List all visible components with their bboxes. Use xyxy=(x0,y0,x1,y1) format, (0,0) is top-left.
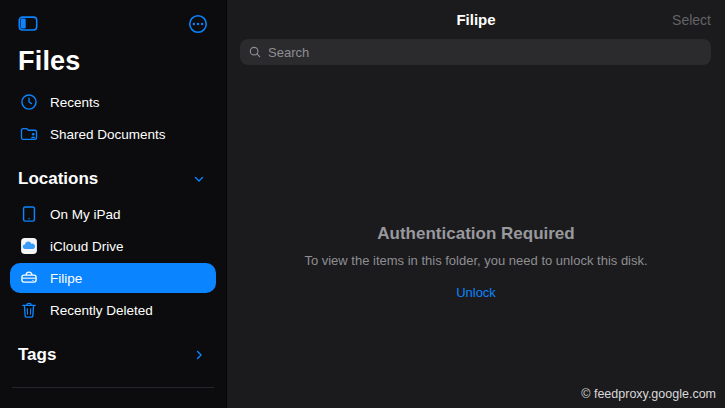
section-header-locations: Locations xyxy=(10,167,216,191)
search-icon xyxy=(248,45,262,59)
ipad-icon xyxy=(18,203,40,225)
sidebar-item-icloud-drive[interactable]: iCloud Drive xyxy=(10,231,216,261)
sidebar: Files Recents Shared Documents xyxy=(0,0,227,408)
app-title: Files xyxy=(10,36,216,87)
sidebar-item-recently-deleted[interactable]: Recently Deleted xyxy=(10,295,216,325)
sidebar-item-filipe[interactable]: Filipe xyxy=(10,263,216,293)
trash-icon xyxy=(18,299,40,321)
sidebar-item-label: iCloud Drive xyxy=(50,239,124,254)
collapse-section-button[interactable] xyxy=(190,170,208,188)
section-label: Locations xyxy=(18,169,98,189)
sidebar-item-on-my-ipad[interactable]: On My iPad xyxy=(10,199,216,229)
watermark: © feedproxy.google.com xyxy=(581,387,716,401)
files-app-window: Files Recents Shared Documents xyxy=(0,0,725,408)
external-drive-icon xyxy=(18,267,40,289)
auth-required-title: Authentication Required xyxy=(257,224,695,244)
sidebar-item-label: Recently Deleted xyxy=(50,303,153,318)
chevron-down-icon xyxy=(192,172,206,186)
sidebar-item-label: Recents xyxy=(50,95,100,110)
sidebar-item-label: Shared Documents xyxy=(50,127,166,142)
auth-required-panel: Authentication Required To view the item… xyxy=(227,224,725,301)
sidebar-item-label: Filipe xyxy=(50,271,82,286)
unlock-link[interactable]: Unlock xyxy=(456,285,496,300)
ellipsis-circle-icon xyxy=(187,13,209,35)
chevron-right-icon xyxy=(192,348,206,362)
section-label: Tags xyxy=(18,345,56,365)
sidebar-item-label: On My iPad xyxy=(50,207,121,222)
search-input[interactable] xyxy=(268,45,703,60)
toggle-sidebar-button[interactable] xyxy=(16,12,40,36)
clock-icon xyxy=(18,91,40,113)
sidebar-item-shared-documents[interactable]: Shared Documents xyxy=(10,119,216,149)
select-button[interactable]: Select xyxy=(672,12,711,28)
content-header: Filipe Select xyxy=(227,0,725,32)
icloud-icon xyxy=(18,235,40,257)
more-options-button[interactable] xyxy=(186,12,210,36)
search-bar[interactable] xyxy=(240,39,711,65)
sidebar-toolbar xyxy=(10,12,216,36)
sidebar-divider xyxy=(12,387,214,388)
sidebar-toggle-icon xyxy=(17,13,39,35)
section-header-tags: Tags xyxy=(10,343,216,367)
expand-section-button[interactable] xyxy=(190,346,208,364)
sidebar-item-recents[interactable]: Recents xyxy=(10,87,216,117)
shared-folder-icon xyxy=(18,123,40,145)
folder-title: Filipe xyxy=(227,11,725,28)
content-pane: Filipe Select Authentication Required To… xyxy=(227,0,725,408)
auth-required-message: To view the items in this folder, you ne… xyxy=(257,253,695,268)
